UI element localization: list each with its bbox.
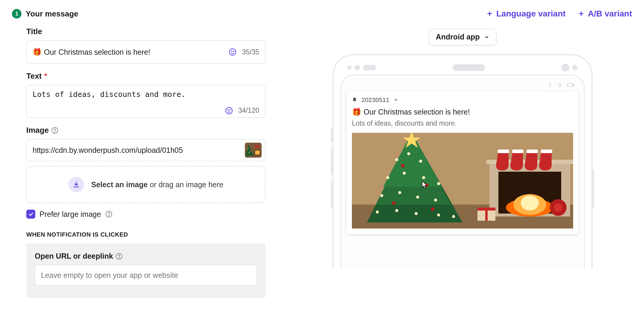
svg-rect-22 bbox=[567, 83, 573, 86]
svg-point-0 bbox=[230, 49, 236, 55]
svg-rect-10 bbox=[255, 150, 260, 155]
title-label: Title bbox=[26, 27, 265, 36]
svg-point-55 bbox=[376, 211, 379, 214]
gift-icon: 🎁 bbox=[33, 48, 42, 56]
help-icon[interactable] bbox=[115, 253, 123, 260]
dropzone-text: Select an image or drag an image here bbox=[91, 180, 223, 189]
svg-point-1 bbox=[231, 51, 232, 52]
svg-point-2 bbox=[234, 51, 234, 52]
section-title: Your message bbox=[26, 9, 78, 19]
svg-point-13 bbox=[250, 151, 251, 152]
notification-app-name: 20230511 bbox=[361, 96, 389, 103]
title-char-count: 35/35 bbox=[242, 48, 259, 56]
svg-point-58 bbox=[437, 214, 440, 217]
notification-card: 20230511 🎁 Our Christmas selection is he… bbox=[347, 92, 579, 234]
status-bar bbox=[347, 81, 579, 92]
svg-point-37 bbox=[554, 203, 562, 212]
device-select[interactable]: Android app bbox=[429, 29, 496, 45]
svg-rect-34 bbox=[527, 150, 538, 153]
plus-icon: + bbox=[579, 10, 584, 18]
svg-point-51 bbox=[380, 194, 383, 197]
title-input-wrap[interactable]: 🎁 35/35 bbox=[26, 40, 265, 64]
svg-point-56 bbox=[395, 209, 398, 212]
chevron-up-icon bbox=[393, 97, 398, 102]
required-marker: * bbox=[44, 71, 47, 81]
notification-title: Our Christmas selection is here! bbox=[364, 108, 470, 116]
image-dropzone[interactable]: Select an image or drag an image here bbox=[26, 166, 265, 203]
phone-frame: 20230511 🎁 Our Christmas selection is he… bbox=[332, 54, 593, 269]
emoji-picker-button[interactable] bbox=[229, 48, 236, 56]
svg-rect-32 bbox=[498, 150, 509, 153]
cursor-icon bbox=[421, 181, 428, 189]
svg-point-30 bbox=[521, 196, 539, 211]
svg-point-12 bbox=[248, 148, 248, 149]
svg-point-45 bbox=[407, 152, 410, 155]
ab-variant-button[interactable]: + A/B variant bbox=[579, 9, 632, 19]
text-input[interactable] bbox=[33, 90, 259, 106]
svg-point-48 bbox=[403, 172, 406, 175]
svg-point-59 bbox=[452, 215, 455, 218]
click-action-panel: Open URL or deeplink bbox=[26, 243, 265, 298]
svg-point-47 bbox=[386, 176, 389, 179]
svg-point-62 bbox=[392, 201, 396, 205]
svg-point-46 bbox=[419, 160, 422, 163]
phone-screen: 20230511 🎁 Our Christmas selection is he… bbox=[340, 74, 585, 269]
svg-rect-35 bbox=[541, 150, 552, 153]
language-variant-button[interactable]: + Language variant bbox=[487, 9, 566, 19]
svg-rect-33 bbox=[512, 150, 524, 153]
svg-point-60 bbox=[401, 164, 405, 167]
svg-point-4 bbox=[228, 109, 228, 110]
svg-point-52 bbox=[398, 191, 401, 194]
url-label: Open URL or deeplink bbox=[35, 252, 113, 260]
svg-point-3 bbox=[226, 107, 232, 114]
plus-icon: + bbox=[487, 10, 492, 18]
image-url-input-wrap[interactable] bbox=[26, 139, 265, 161]
svg-point-14 bbox=[249, 153, 250, 153]
url-input-wrap[interactable] bbox=[35, 265, 257, 286]
svg-point-53 bbox=[416, 196, 419, 199]
image-label: Image bbox=[26, 126, 265, 135]
image-thumbnail bbox=[245, 143, 262, 158]
svg-rect-15 bbox=[255, 145, 257, 148]
emoji-picker-button[interactable] bbox=[225, 107, 233, 115]
help-icon[interactable] bbox=[51, 127, 58, 134]
text-input-wrap[interactable]: 34/120 bbox=[26, 85, 265, 118]
chevron-down-icon bbox=[484, 34, 489, 40]
upload-icon bbox=[68, 177, 84, 192]
svg-point-18 bbox=[109, 215, 109, 216]
svg-point-21 bbox=[560, 87, 560, 87]
svg-point-50 bbox=[437, 182, 440, 185]
svg-point-54 bbox=[434, 199, 437, 202]
bell-icon bbox=[352, 97, 357, 103]
prefer-large-label: Prefer large image bbox=[39, 210, 101, 219]
svg-rect-16 bbox=[257, 145, 259, 148]
svg-point-5 bbox=[230, 109, 230, 110]
svg-point-63 bbox=[431, 207, 434, 211]
svg-point-49 bbox=[422, 176, 425, 179]
notification-text: Lots of ideas, discounts and more. bbox=[352, 119, 573, 127]
phone-speaker-row bbox=[340, 62, 585, 74]
svg-point-57 bbox=[415, 212, 418, 215]
svg-point-44 bbox=[395, 158, 398, 161]
help-icon[interactable] bbox=[105, 211, 112, 218]
text-label: Text* bbox=[26, 71, 265, 81]
gift-icon: 🎁 bbox=[352, 108, 361, 116]
text-char-count: 34/120 bbox=[238, 106, 259, 115]
svg-point-7 bbox=[54, 132, 55, 132]
svg-point-20 bbox=[119, 258, 119, 258]
notification-image bbox=[352, 133, 573, 228]
title-input[interactable] bbox=[44, 48, 229, 57]
svg-rect-23 bbox=[573, 84, 574, 86]
svg-rect-40 bbox=[485, 208, 488, 221]
prefer-large-checkbox[interactable] bbox=[26, 210, 35, 219]
image-url-input[interactable] bbox=[33, 146, 242, 155]
step-badge: 1 bbox=[12, 9, 22, 19]
url-input[interactable] bbox=[41, 271, 251, 280]
click-action-heading: WHEN NOTIFICATION IS CLICKED bbox=[26, 231, 265, 238]
